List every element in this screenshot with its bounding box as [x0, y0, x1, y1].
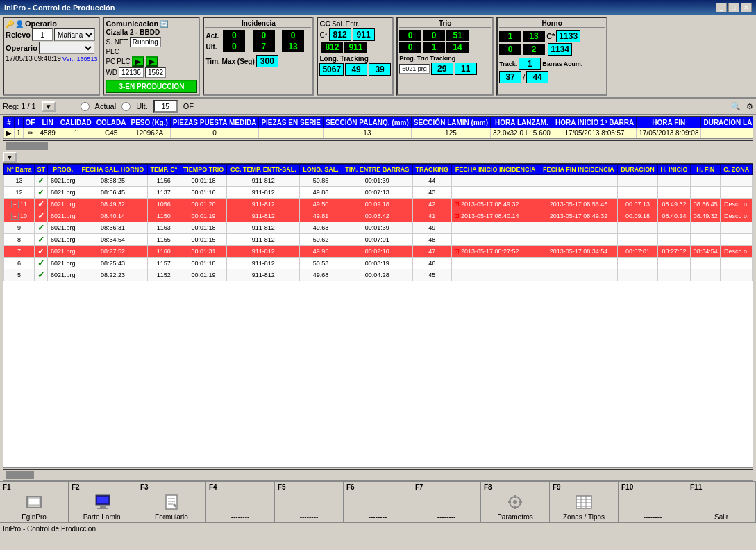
- bottom-table-row[interactable]: −11✓6021.prg08:49:32105600:01:20911-8124…: [4, 199, 753, 210]
- cc-section: CC Sal. Entr. C* 812 911 812 911 Long. T…: [317, 17, 394, 96]
- bottom-table-area: Nº Barra ST PROG. FECHA SAL. HORNO TEMP.…: [3, 163, 753, 468]
- operario-select[interactable]: [39, 42, 94, 54]
- timmax-row: Tim. Max (Seg) 300: [205, 55, 311, 67]
- trio-v3: 51: [446, 30, 469, 41]
- f5-item[interactable]: F5 --------: [275, 482, 344, 522]
- bottom-table: Nº Barra ST PROG. FECHA SAL. HORNO TEMP.…: [3, 164, 753, 281]
- cc-label: CC: [319, 19, 330, 28]
- trio-v4: 0: [399, 42, 421, 53]
- status-text: IniPro - Control de Producción: [3, 525, 96, 533]
- bcol-h-fin: H. FIN: [691, 165, 721, 175]
- bcol-st: ST: [35, 165, 48, 175]
- snet-label: S. NET: [106, 38, 128, 46]
- prog-val-row: 6021.prg 29 11: [399, 62, 491, 75]
- f4-item[interactable]: F4 --------: [206, 482, 275, 522]
- f6-item[interactable]: F6 --------: [344, 482, 412, 522]
- f6-label: --------: [369, 513, 387, 521]
- col-duracion: DURACION LAMIN: [701, 117, 753, 128]
- bcol-prog: PROG.: [48, 165, 78, 175]
- col-colada: COLADA: [94, 117, 128, 128]
- col-hora-inicio: HORA INICIO 1ª BARRA: [553, 117, 636, 128]
- trio-v5: 1: [423, 42, 445, 53]
- snet-row: S. NET Running: [106, 37, 197, 47]
- f2-item[interactable]: F2 Parte Lamin.: [69, 482, 137, 522]
- window-controls[interactable]: _ □ ✕: [716, 3, 752, 12]
- f3-key: F3: [140, 483, 149, 491]
- cell-hora-fin: [701, 128, 753, 138]
- f7-item[interactable]: F7 --------: [412, 482, 481, 522]
- relevo-input[interactable]: [32, 28, 53, 41]
- col-hora-lanzam: HORA LANZAM.: [491, 117, 553, 128]
- search-icon[interactable]: 🔍: [731, 102, 741, 111]
- table-row[interactable]: ▶ 1 ✏ 4589 1 C45 120962A 0 13 125 32.0x3…: [4, 128, 754, 138]
- bottom-hscroll[interactable]: [3, 469, 753, 481]
- maximize-btn[interactable]: □: [728, 3, 739, 12]
- tracking-trio1: 29: [431, 62, 453, 75]
- time-display: 09:48:19: [34, 55, 61, 62]
- turno-select[interactable]: Mañana: [54, 28, 95, 41]
- reg-label: Reg: 1 / 1: [3, 102, 36, 110]
- bottom-table-row[interactable]: −10✓6021.prg08:40:14115000:01:19911-8124…: [4, 210, 753, 222]
- snet-value: Running: [130, 37, 161, 47]
- barras-val-row: 37 / 44: [499, 71, 605, 83]
- settings-icon[interactable]: ⚙: [746, 102, 753, 111]
- produccion-btn[interactable]: 3-EN PRODUCCION: [106, 80, 197, 93]
- bottom-scroll-thumb[interactable]: [6, 471, 34, 479]
- svg-rect-5: [97, 508, 108, 509]
- col-peso: PESO (Kg.): [128, 117, 170, 128]
- cell-peso: 0: [170, 128, 259, 138]
- f10-item[interactable]: F10 --------: [619, 482, 687, 522]
- f3-item[interactable]: F3 Formulario: [137, 482, 206, 522]
- barras-row: Track. 1 Barras Acum.: [499, 58, 605, 70]
- scroll-thumb[interactable]: [6, 142, 48, 150]
- of-label: OF: [183, 102, 194, 110]
- bcol-tiempo: TIEMPO TRIO: [180, 165, 227, 175]
- of-count-input[interactable]: [153, 100, 178, 112]
- status-bar: IniPro - Control de Producción: [0, 522, 756, 535]
- minimize-btn[interactable]: _: [716, 3, 727, 12]
- main-table-header: # I OF LIN CALIDAD COLADA PESO (Kg.) PIE…: [4, 117, 754, 128]
- f8-item[interactable]: F8 Parametros: [481, 482, 550, 522]
- bottom-table-body: 13✓6021.prg08:58:25115600:01:18911-81250…: [4, 175, 753, 281]
- bottom-table-row[interactable]: 7✓6021.prg08:27:52116000:01:31911-81249.…: [4, 246, 753, 258]
- bottom-table-row[interactable]: 9✓6021.prg08:36:31116300:01:18911-81249.…: [4, 222, 753, 234]
- refresh-icon: 🔄: [160, 20, 168, 28]
- bottom-table-row[interactable]: 5✓6021.prg08:22:23115200:01:19911-81249.…: [4, 269, 753, 281]
- pcplc-row: PC PLC ▶ ▶: [106, 56, 197, 67]
- horno-section: Horno 1 13 C* 1133 0 2 1134 Track. 1 Bar…: [496, 17, 607, 96]
- actual-radio[interactable]: [81, 102, 90, 111]
- f1-item[interactable]: F1 EginPro: [0, 482, 69, 522]
- nav-btn[interactable]: ▼: [42, 101, 56, 112]
- h-star: C*: [546, 32, 555, 40]
- f5-label: --------: [300, 513, 319, 521]
- trio-section: Trio 0 0 51 0 1 14 Prog. Trio Tracking 6…: [396, 17, 494, 96]
- f11-key: F11: [690, 483, 702, 491]
- cell-edit-icon[interactable]: ✏: [23, 128, 37, 138]
- connect-icon2[interactable]: ▶: [146, 56, 158, 67]
- connect-icon[interactable]: ▶: [132, 56, 144, 67]
- close-btn[interactable]: ✕: [741, 3, 752, 12]
- col-seccion-palanq: SECCIÓN PALANQ. (mm): [323, 117, 411, 128]
- trio-v2: 0: [423, 30, 445, 41]
- wd-label: WD: [106, 69, 117, 76]
- bottom-nav-btn[interactable]: ▼: [3, 152, 17, 162]
- col-of: OF: [23, 117, 37, 128]
- row-indicator: Reg: 1 / 1 ▼ Actual Ult. OF 🔍 ⚙: [0, 99, 756, 115]
- f9-item[interactable]: F9 Zonas / Tipos: [550, 482, 619, 522]
- main-table-area: # I OF LIN CALIDAD COLADA PESO (Kg.) PIE…: [3, 116, 753, 139]
- tracking-label: Tracking: [340, 55, 369, 62]
- ult-radio[interactable]: [121, 102, 131, 111]
- bottom-table-row[interactable]: 8✓6021.prg08:34:54115500:01:15911-81250.…: [4, 234, 753, 246]
- f11-item[interactable]: F11 Salir: [687, 482, 756, 522]
- horno-title: Horno: [499, 19, 605, 28]
- bottom-table-row[interactable]: 13✓6021.prg08:58:25115600:01:18911-81250…: [4, 175, 753, 187]
- bottom-table-row[interactable]: 6✓6021.prg08:25:43115700:01:18911-81250.…: [4, 258, 753, 269]
- main-hscroll[interactable]: [3, 140, 753, 151]
- incidencia-table: Act. 0 0 0 Ult. 0 7 13: [205, 30, 311, 52]
- ult-val3: 13: [282, 41, 304, 52]
- barras-acum-label: Acum.: [564, 60, 583, 67]
- bcol-fecha-sal: FECHA SAL. HORNO: [78, 165, 148, 175]
- horno-row2: 0 2 1134: [499, 43, 605, 56]
- cell-of: 4589: [37, 128, 58, 138]
- bottom-table-row[interactable]: 12✓6021.prg08:56:45113700:01:16911-81249…: [4, 187, 753, 199]
